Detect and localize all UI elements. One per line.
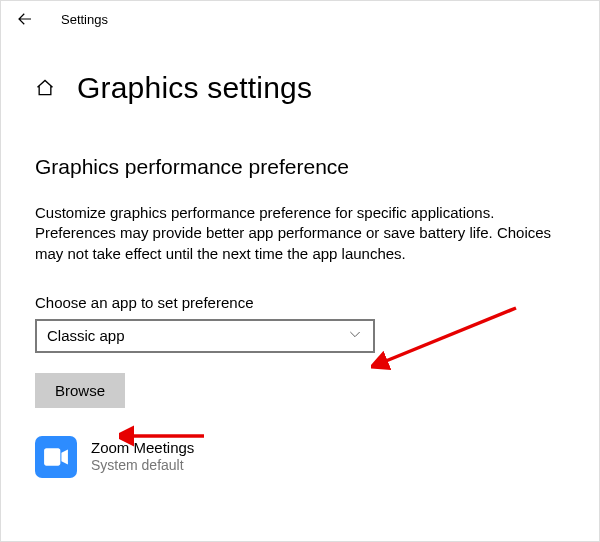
section-description: Customize graphics performance preferenc…	[35, 203, 565, 264]
back-button[interactable]	[7, 1, 43, 37]
home-icon	[35, 78, 55, 98]
page-header: Graphics settings	[1, 37, 599, 105]
dropdown-selected-value: Classic app	[47, 327, 125, 344]
app-info: Zoom Meetings System default	[91, 439, 194, 475]
app-list-item[interactable]: Zoom Meetings System default	[35, 432, 565, 482]
app-type-dropdown[interactable]: Classic app	[35, 319, 375, 353]
app-preference: System default	[91, 457, 194, 475]
chevron-down-icon	[347, 326, 363, 345]
titlebar: Settings	[1, 1, 599, 37]
zoom-icon	[35, 436, 77, 478]
home-button[interactable]	[35, 78, 55, 98]
content-area: Graphics performance preference Customiz…	[1, 105, 599, 482]
window-title: Settings	[61, 12, 108, 27]
section-title: Graphics performance preference	[35, 155, 565, 179]
browse-button[interactable]: Browse	[35, 373, 125, 408]
app-name: Zoom Meetings	[91, 439, 194, 458]
choose-app-label: Choose an app to set preference	[35, 294, 565, 311]
back-arrow-icon	[16, 10, 34, 28]
page-title: Graphics settings	[77, 71, 312, 105]
